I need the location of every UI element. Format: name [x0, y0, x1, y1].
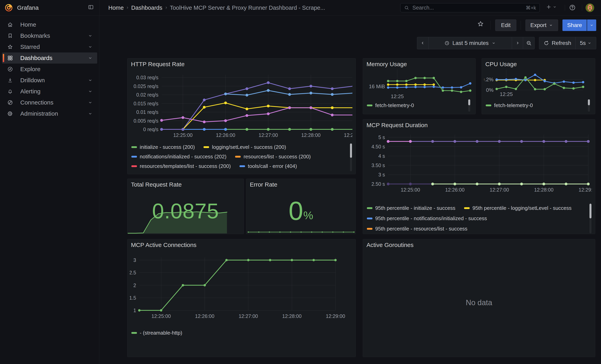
chevron-down-icon — [590, 23, 594, 27]
sidebar-item[interactable]: Administration — [2, 108, 97, 119]
breadcrumb-home-link[interactable]: Home — [108, 5, 124, 11]
legend-item[interactable]: 95th percentile - logging/setLevel - suc… — [464, 205, 571, 211]
panel-http-request-rate: HTTP Request Rate 12:25:0012:26:0012:27:… — [127, 58, 356, 174]
sidebar-item[interactable]: Dashboards — [2, 52, 97, 64]
breadcrumb-dashboards-link[interactable]: Dashboards — [131, 5, 162, 11]
sidebar-toggle-button[interactable] — [88, 4, 94, 10]
series-label: tools/call - error (404) — [248, 163, 297, 169]
stat-value: 0 — [289, 196, 303, 226]
sidebar-item[interactable]: Drilldown — [2, 75, 97, 86]
series-color-swatch — [235, 156, 241, 157]
edit-button[interactable]: Edit — [495, 20, 516, 31]
search-bar[interactable]: ⌘+k — [400, 3, 540, 12]
bookmark-icon — [7, 33, 13, 39]
chevron-down-icon[interactable] — [88, 33, 93, 38]
sidebar-item[interactable]: Bookmarks — [2, 30, 97, 41]
legend-item[interactable]: resources/templates/list - success (200) — [131, 163, 231, 169]
svg-text:0.015 req/s: 0.015 req/s — [134, 101, 158, 106]
legend-item[interactable]: resources/list - success (200) — [235, 154, 311, 160]
series-label: fetch-telemetry-0 — [375, 102, 414, 108]
cpu-usage-chart[interactable]: 12:250.2%0% — [484, 68, 595, 101]
sidebar-item[interactable]: Starred — [2, 41, 97, 52]
sidebar-item[interactable]: Explore — [2, 64, 97, 75]
legend-item[interactable]: - (streamable-http) — [131, 330, 182, 336]
legend-item[interactable]: tools/call - error (404) — [240, 163, 297, 169]
scrollbar-thumb[interactable] — [350, 143, 352, 158]
breadcrumb: Home Dashboards ToolHive MCP Server & Pr… — [108, 0, 325, 16]
chevron-down-icon[interactable] — [88, 44, 93, 49]
legend: 95th percentile - initialize - success 9… — [367, 203, 592, 235]
sidebar-item[interactable]: Connections — [2, 97, 97, 108]
legend-item[interactable]: fetch-telemetry-0 — [486, 102, 533, 108]
legend-row: 95th percentile - resources/list - succe… — [367, 224, 592, 234]
legend-item[interactable]: logging/setLevel - success (200) — [203, 144, 286, 150]
legend: fetch-telemetry-0 — [367, 101, 472, 109]
series-label: initialize - success (200) — [140, 144, 195, 150]
series-label: 95th percentile - notifications/initiali… — [375, 215, 487, 222]
series-label: 95th percentile - initialize - success — [375, 205, 455, 211]
sidebar-item[interactable]: Home — [2, 19, 97, 30]
chevron-down-icon[interactable] — [88, 89, 93, 94]
memory-usage-chart[interactable]: 12:2516 MiB — [365, 68, 475, 101]
legend-row: 95th percentile - resources/templates/li… — [367, 234, 592, 235]
scrollbar-thumb[interactable] — [468, 99, 470, 105]
panel-cpu-usage: CPU Usage 12:250.2%0% fetch-telemetry-0 — [481, 58, 595, 114]
series-label: notifications/initialized - success (202… — [140, 154, 226, 160]
chevron-down-icon[interactable] — [88, 55, 93, 61]
chevron-down-icon[interactable] — [88, 100, 93, 105]
series-color-swatch — [131, 156, 137, 157]
refresh-label: Refresh — [552, 40, 571, 46]
refresh-interval-picker[interactable]: 5s — [575, 37, 596, 49]
sidebar-item[interactable]: Alerting — [2, 86, 97, 97]
share-button[interactable]: Share — [562, 20, 587, 31]
new-menu-button[interactable] — [546, 4, 557, 10]
panel-title[interactable]: Memory Usage — [363, 59, 475, 68]
help-button[interactable] — [569, 4, 576, 11]
share-menu-button[interactable] — [587, 20, 596, 31]
time-shift-forward-button[interactable] — [512, 37, 523, 49]
scrollbar-thumb[interactable] — [588, 99, 590, 105]
legend-item[interactable]: 95th percentile - initialize - success — [367, 205, 455, 211]
legend-item[interactable]: 95th percentile - notifications/initiali… — [367, 215, 487, 222]
svg-text:2.5: 2.5 — [130, 270, 136, 275]
mcp-active-connections-chart[interactable]: 12:25:0012:26:0012:27:0012:28:0012:29:00… — [130, 249, 356, 329]
http-request-rate-chart[interactable]: 12:25:0012:26:0012:27:0012:28:0012:29:00… — [130, 68, 356, 142]
time-range-picker[interactable]: Last 5 minutes — [428, 37, 512, 49]
svg-text:0.005 req/s: 0.005 req/s — [134, 118, 158, 124]
svg-text:4 s: 4 s — [378, 153, 385, 159]
panel-title[interactable]: HTTP Request Rate — [127, 59, 356, 68]
mcp-request-duration-chart[interactable]: 12:25:0012:26:0012:27:0012:28:0012:29:00… — [365, 129, 595, 203]
scrollbar-thumb[interactable] — [590, 204, 591, 218]
chevron-down-icon[interactable] — [88, 78, 93, 83]
svg-text:0.02 req/s: 0.02 req/s — [136, 92, 158, 98]
search-input[interactable] — [412, 5, 526, 11]
favorite-star-button[interactable] — [477, 20, 484, 27]
gear-icon — [7, 111, 13, 117]
chevron-down-icon[interactable] — [88, 111, 93, 116]
legend-item[interactable]: 95th percentile - resources/list - succe… — [367, 226, 467, 232]
grafana-app: Grafana Home Dashboards ToolHive MCP Ser… — [0, 0, 601, 364]
series-color-swatch — [486, 105, 491, 106]
panel-title[interactable]: CPU Usage — [482, 59, 595, 68]
legend-item[interactable]: initialize - success (200) — [131, 144, 195, 150]
zoom-out-icon — [526, 40, 532, 46]
panel-title[interactable]: Error Rate — [246, 179, 356, 189]
export-button[interactable]: Export — [525, 20, 558, 31]
legend-item[interactable]: notifications/initialized - success (202… — [131, 154, 226, 160]
svg-text:12:26:00: 12:26:00 — [195, 313, 214, 319]
legend-item[interactable]: fetch-telemetry-0 — [367, 102, 414, 108]
share-split-button: Share — [562, 20, 596, 31]
time-shift-back-button[interactable] — [417, 37, 428, 49]
panel-title[interactable]: MCP Active Connections — [127, 239, 356, 249]
svg-text:12:25:00: 12:25:00 — [173, 132, 193, 138]
refresh-button[interactable]: Refresh — [539, 37, 575, 49]
sidebar-item-label: Explore — [20, 66, 88, 72]
panel-title[interactable]: Total Request Rate — [127, 179, 244, 189]
panel-title[interactable]: Active Goroutines — [363, 239, 595, 249]
svg-text:12:27:00: 12:27:00 — [239, 313, 258, 319]
panel-title[interactable]: MCP Request Duration — [363, 119, 595, 129]
search-icon — [404, 5, 409, 10]
divider — [491, 21, 491, 30]
zoom-out-button[interactable] — [523, 37, 534, 49]
user-avatar[interactable] — [585, 3, 594, 12]
